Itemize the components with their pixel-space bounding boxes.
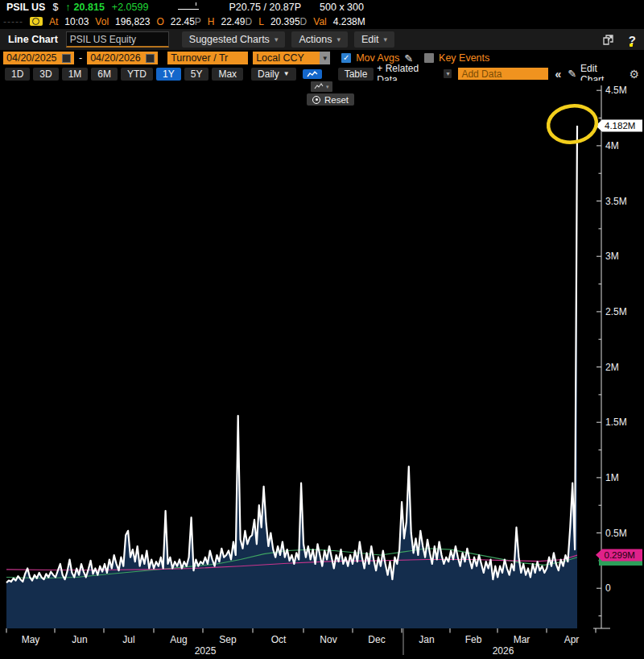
x-axis-month-label: Jan bbox=[419, 634, 434, 645]
condition-code: P bbox=[195, 16, 201, 27]
help-icon[interactable]: ? bbox=[629, 33, 636, 47]
range-tab-max[interactable]: Max bbox=[212, 68, 243, 81]
key-events-checkbox[interactable]: ✓ bbox=[424, 53, 434, 63]
trade-info-items: At10:03Vol196,823O22.45PH22.49DL20.395DV… bbox=[49, 16, 365, 27]
actions-button[interactable]: Actions▾ bbox=[291, 31, 348, 48]
currency-symbol: $ bbox=[52, 2, 58, 13]
trade-info-value: 196,823 bbox=[115, 16, 150, 27]
security-input[interactable] bbox=[66, 31, 169, 48]
streaming-indicator-icon[interactable] bbox=[30, 17, 43, 26]
currency-value: Local CCY bbox=[256, 52, 304, 64]
trade-info-value: 20.395D bbox=[270, 16, 307, 27]
study-field[interactable]: Turnover / Tr bbox=[167, 52, 248, 64]
up-arrow-icon: ↑ bbox=[65, 2, 70, 13]
x-axis-month-label: Sep bbox=[219, 634, 237, 645]
annotation-circle bbox=[546, 103, 599, 146]
x-axis-month-label: Dec bbox=[368, 634, 385, 645]
reset-icon bbox=[312, 96, 320, 104]
x-axis-month-label: Nov bbox=[320, 634, 336, 645]
y-tick-label: 0.5M bbox=[605, 528, 627, 539]
trade-info-value: 10:03 bbox=[64, 16, 89, 27]
table-button[interactable]: Table bbox=[338, 68, 374, 81]
calendar-icon[interactable] bbox=[146, 54, 155, 63]
date-to-value: 04/20/2026 bbox=[90, 52, 141, 64]
trade-info-value: 4.238M bbox=[333, 16, 365, 27]
trade-info-label: O bbox=[156, 16, 163, 27]
security-summary-bar: PSIL US $ ↑ 20.815 +2.0599 P20.75 / 20.8… bbox=[0, 0, 644, 15]
trade-info-label: At bbox=[49, 16, 58, 27]
add-data-input[interactable] bbox=[458, 68, 548, 80]
y-tick-label: 3.5M bbox=[605, 196, 627, 207]
edit-button[interactable]: Edit▾ bbox=[354, 31, 394, 48]
x-axis-month-label: May bbox=[22, 634, 40, 645]
ma-value-label: 0.299M bbox=[605, 550, 635, 560]
range-tab-1m[interactable]: 1M bbox=[62, 68, 89, 81]
range-tab-1y[interactable]: 1Y bbox=[156, 68, 181, 81]
toolbar-dropdowns: Suggested Charts▾Actions▾Edit▾ bbox=[182, 31, 394, 48]
chart-canvas[interactable]: 00.5M1M1.5M2M2.5M3M3.5M4M4.5MMayJunJulAu… bbox=[0, 81, 644, 659]
condition-code: D bbox=[246, 16, 253, 27]
chevron-down-icon[interactable]: ▼ bbox=[320, 52, 330, 64]
trade-info-value: 22.45P bbox=[171, 16, 201, 27]
last-price: 20.815 bbox=[74, 2, 105, 13]
y-tick-label: 2M bbox=[605, 362, 619, 373]
settings-gear-icon[interactable]: ⚙ bbox=[629, 68, 639, 81]
range-tab-ytd[interactable]: YTD bbox=[121, 68, 153, 81]
chart-style-button[interactable] bbox=[303, 69, 322, 79]
x-axis-month-label: Feb bbox=[465, 634, 482, 645]
x-axis-month-label: Jun bbox=[72, 634, 87, 645]
x-axis-month-label: Oct bbox=[271, 634, 287, 645]
bid-ask-quote: P20.75 / 20.87P bbox=[229, 2, 301, 13]
x-axis-year-label: 2026 bbox=[493, 645, 514, 657]
trade-info-label: Val bbox=[313, 16, 326, 27]
pencil-icon: ✎ bbox=[568, 68, 576, 80]
turnover-area-fill bbox=[6, 126, 577, 628]
x-axis-month-label: Mar bbox=[514, 634, 530, 645]
line-chart-icon bbox=[314, 83, 324, 90]
mov-avgs-checkbox[interactable]: ✓ bbox=[341, 53, 351, 63]
frequency-value: Daily bbox=[258, 68, 279, 80]
period-bar: 1D3D1M6MYTD1Y5YMax Daily▼ Table + Relate… bbox=[0, 67, 644, 81]
y-tick-label: 0 bbox=[605, 582, 611, 594]
y-tick-label: 4.5M bbox=[605, 85, 627, 96]
x-axis-month-label: Apr bbox=[564, 634, 580, 645]
y-tick-label: 4M bbox=[605, 140, 619, 151]
date-separator: - bbox=[79, 52, 82, 64]
line-chart-icon bbox=[307, 70, 318, 78]
calendar-icon[interactable] bbox=[62, 54, 71, 63]
period-tabs: 1D3D1M6MYTD1Y5YMax bbox=[5, 68, 243, 81]
trade-info-label: Vol bbox=[95, 16, 109, 27]
chevron-down-icon: ▾ bbox=[326, 84, 329, 90]
study-field-value: Turnover / Tr bbox=[171, 52, 228, 64]
share-export-icon[interactable] bbox=[602, 34, 614, 46]
currency-select[interactable]: Local CCY ▼ bbox=[253, 52, 330, 64]
trade-info-label: L bbox=[258, 16, 264, 27]
trade-info-label: H bbox=[208, 16, 215, 27]
y-tick-label: 1.5M bbox=[605, 417, 627, 428]
trade-info-bar: ----- At10:03Vol196,823O22.45PH22.49DL20… bbox=[0, 15, 644, 28]
price-change: +2.0599 bbox=[112, 2, 149, 13]
chart-toolbar: Line Chart Suggested Charts▾Actions▾Edit… bbox=[0, 29, 644, 50]
date-to-field[interactable]: 04/20/2026 bbox=[87, 52, 158, 64]
chart-area: 00.5M1M1.5M2M2.5M3M3.5M4M4.5MMayJunJulAu… bbox=[0, 81, 644, 659]
chevron-down-icon[interactable]: ▾ bbox=[444, 69, 452, 78]
range-tab-5y[interactable]: 5Y bbox=[184, 68, 209, 81]
y-tick-label: 3M bbox=[605, 251, 619, 262]
reset-button[interactable]: Reset bbox=[307, 93, 354, 106]
suggested-charts-button[interactable]: Suggested Charts▾ bbox=[182, 31, 286, 48]
trade-info-value: 22.49D bbox=[221, 16, 253, 27]
range-tab-6m[interactable]: 6M bbox=[91, 68, 118, 81]
view-type-label: Line Chart bbox=[8, 34, 58, 45]
date-from-field[interactable]: 04/20/2025 bbox=[3, 52, 74, 64]
chart-type-mini-button[interactable]: ▾ bbox=[311, 81, 332, 92]
last-value-label: 4.182M bbox=[605, 121, 635, 131]
market-size: 500 x 300 bbox=[320, 2, 364, 13]
frequency-dropdown[interactable]: Daily▼ bbox=[251, 68, 296, 81]
range-tab-1d[interactable]: 1D bbox=[5, 68, 30, 81]
range-tab-3d[interactable]: 3D bbox=[33, 68, 58, 81]
x-axis-year-label: 2025 bbox=[195, 645, 217, 657]
collapse-icon[interactable]: « bbox=[555, 68, 561, 81]
turnover-line bbox=[6, 126, 577, 582]
mini-sparkline bbox=[178, 2, 199, 10]
y-tick-label: 1M bbox=[605, 472, 619, 483]
